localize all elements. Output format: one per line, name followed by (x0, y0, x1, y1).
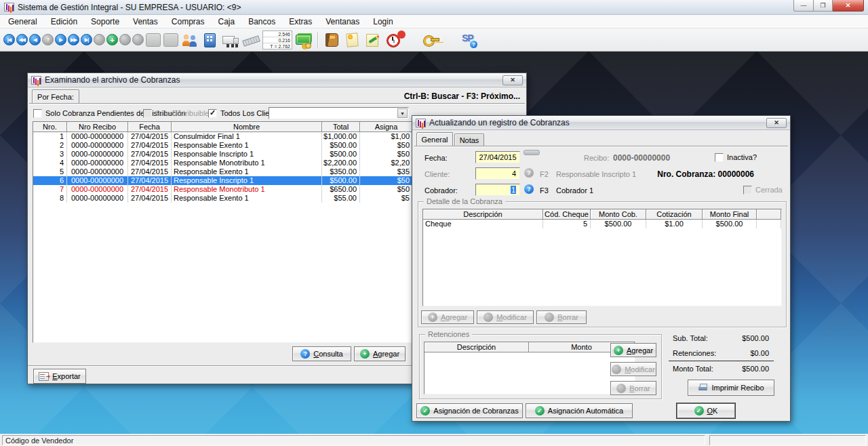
toolbar-blank-button[interactable] (163, 33, 178, 47)
minimize-button[interactable]: — (793, 0, 814, 12)
plus-icon: + (360, 349, 370, 359)
imprimir-recibo-label: Imprimir Recibo (711, 384, 764, 392)
toolbar-nav-prev[interactable]: ◀ (29, 34, 41, 45)
chevron-down-icon[interactable]: ▼ (397, 108, 408, 118)
menu-ventanas[interactable]: Ventanas (319, 15, 366, 28)
browse-close-icon[interactable]: ✕ (502, 75, 523, 85)
table-cell: 0000-00000000 (67, 159, 128, 167)
status-message: Código de Vendedor (2, 435, 705, 445)
consulta-button[interactable]: ? Consulta (292, 346, 351, 361)
browse-title-bar: Examinando el archivo de Cobranzas ✕ (28, 73, 526, 87)
column-header[interactable]: Descripción (423, 209, 543, 220)
column-header[interactable]: Cotización (646, 209, 703, 220)
cliente-input[interactable]: 4 (475, 167, 520, 180)
column-header[interactable]: Fecha (128, 122, 172, 132)
column-header[interactable] (757, 209, 781, 220)
nro-cobranza-value: 00000006 (718, 169, 754, 179)
menu-edición[interactable]: Edición (44, 15, 84, 28)
toolbar-delete-record[interactable] (132, 34, 144, 45)
ok-button[interactable]: ✓ OK (677, 403, 735, 418)
cerrada-label: Cerrada (755, 186, 783, 194)
users-icon[interactable] (181, 31, 199, 49)
asignacion-cobranzas-button[interactable]: ✓ Asignación de Cobranzas (416, 403, 523, 418)
toolbar-nav-last[interactable]: ▶| (81, 34, 92, 45)
printer-icon (698, 384, 708, 392)
fecha-input[interactable]: 27/04/2015 (475, 151, 520, 163)
detalle-borrar-label: Borrar (557, 313, 578, 321)
close-button[interactable]: ✕ (833, 0, 864, 12)
column-header[interactable]: Nro Recibo (67, 122, 128, 132)
alarm-clock-icon[interactable] (384, 31, 402, 49)
table-cell: $1,00 (360, 132, 413, 141)
edit-close-icon[interactable]: ✕ (766, 118, 787, 128)
table-cell: 27/04/2015 (128, 176, 172, 185)
menu-login[interactable]: Login (366, 15, 399, 28)
schedule-icon[interactable] (344, 31, 361, 49)
plus-icon: + (614, 346, 623, 355)
table-cell: 6 (33, 176, 67, 185)
column-header[interactable]: Asigna (360, 122, 413, 132)
key-icon[interactable] (422, 31, 440, 49)
checkbox-icon (743, 186, 752, 195)
column-header[interactable]: Descripción (425, 342, 529, 352)
totals-divider (669, 361, 774, 361)
column-header[interactable]: Cód. Cheque (543, 209, 591, 220)
toolbar-nav-forward[interactable]: ▶▶ (68, 34, 79, 45)
menu-caja[interactable]: Caja (211, 15, 241, 28)
inactiva-checkbox[interactable]: Inactiva? (715, 153, 757, 162)
edit-icon (612, 365, 621, 374)
money-icon[interactable] (295, 31, 313, 49)
maximize-button[interactable]: ❐ (814, 0, 833, 12)
exportar-button[interactable]: Exportar (33, 369, 86, 384)
menu-extras[interactable]: Extras (282, 15, 319, 28)
toolbar-nav-first[interactable]: |◀ (3, 34, 15, 45)
cobrador-input[interactable]: 1 (475, 184, 520, 196)
table-cell: 27/04/2015 (128, 141, 172, 150)
toolbar-add-record[interactable]: + (106, 34, 118, 45)
toolbar-undo[interactable] (94, 34, 105, 45)
imprimir-recibo-button[interactable]: Imprimir Recibo (688, 380, 774, 396)
address-book-icon[interactable] (323, 31, 341, 49)
sp-help-icon[interactable] (460, 31, 482, 49)
clients-combobox[interactable]: ▼ (269, 107, 409, 119)
toolbar-nav-help[interactable]: ? (42, 34, 54, 45)
app-icon (4, 3, 14, 12)
checkbox-icon[interactable] (33, 109, 42, 118)
tab-notas[interactable]: Notas (454, 134, 484, 147)
menu-ventas[interactable]: Ventas (126, 15, 165, 28)
column-header[interactable]: Total (322, 122, 360, 132)
detalle-modificar-button: Modificar (477, 310, 534, 324)
table-row[interactable]: Cheque5$500.00$1.00$500.00 (423, 220, 781, 228)
menu-compras[interactable]: Compras (165, 15, 212, 28)
cash-register-icon[interactable] (201, 31, 219, 49)
tab-general[interactable]: General (416, 132, 453, 147)
table-cell: 27/04/2015 (128, 194, 172, 203)
tab-por-fecha[interactable]: Por Fecha: (32, 89, 79, 104)
checkbox-icon[interactable] (208, 109, 217, 118)
toolbar-nav-next[interactable]: ▶ (55, 34, 66, 45)
toolbar-nav-rewind[interactable]: ◀◀ (16, 34, 28, 45)
date-picker-button[interactable] (524, 150, 540, 155)
menu-bancos[interactable]: Bancos (241, 15, 282, 28)
agregar-button[interactable]: + Agregar (354, 346, 406, 361)
ruler-icon[interactable] (242, 31, 260, 49)
toolbar-blank-button[interactable] (146, 33, 161, 47)
column-header[interactable]: Monto Final (703, 209, 757, 220)
retenciones-agregar-button[interactable]: + Agregar (610, 343, 656, 357)
cobrador-lookup-icon[interactable]: ? (524, 184, 534, 194)
gauge-line2: 0.216 (263, 37, 290, 43)
menu-general[interactable]: General (1, 15, 44, 28)
truck-icon[interactable] (222, 31, 239, 49)
toolbar-edit-record[interactable] (119, 34, 131, 45)
fecha-label: Fecha: (425, 154, 448, 162)
column-header[interactable]: Nro. (33, 122, 67, 132)
column-header[interactable]: Nombre (172, 122, 322, 132)
asignacion-automatica-button[interactable]: ✓ Asignación Automática (526, 403, 633, 418)
table-cell: $1,000.00 (322, 132, 360, 141)
recibo-value: 0000-00000000 (613, 153, 670, 163)
column-header[interactable]: Monto Cob. (591, 209, 646, 220)
notes-icon[interactable] (364, 31, 382, 49)
checkbox-icon[interactable] (715, 153, 724, 162)
menu-soporte[interactable]: Soporte (84, 15, 126, 28)
cliente-lookup-icon: ? (524, 168, 534, 178)
